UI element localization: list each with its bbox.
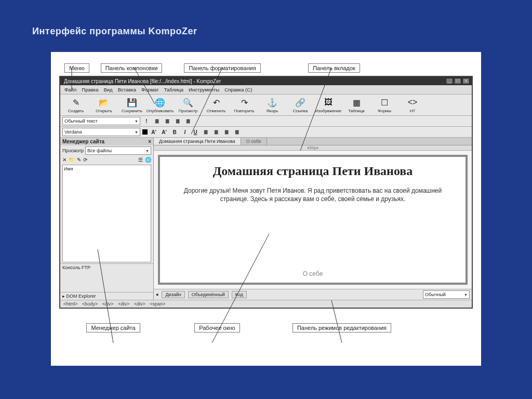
minimize-button[interactable]: _ <box>446 78 453 84</box>
sm-icon[interactable]: ⟳ <box>83 157 87 163</box>
new-icon: ✎ <box>70 97 82 108</box>
color-swatch[interactable] <box>142 129 148 135</box>
menu-tools[interactable]: Инструменты <box>187 86 221 93</box>
callout-layout-panel: Панель компоновки <box>101 63 163 73</box>
sm-icon[interactable]: ✕ <box>62 157 66 163</box>
page-heading[interactable]: Домашняя страница Пети Иванова <box>213 164 413 178</box>
image-icon: 🖼 <box>323 97 334 108</box>
fmt-btn[interactable]: ≣ <box>184 117 192 125</box>
fmt-btn[interactable]: ≣ <box>153 117 161 125</box>
tb-anchor[interactable]: ⚓Якорь <box>260 97 285 113</box>
menu-help[interactable]: Справка (C) <box>222 86 254 93</box>
menu-file[interactable]: Файл <box>62 86 78 93</box>
forms-icon: ☐ <box>379 97 390 108</box>
tb-undo[interactable]: ↶Отменить <box>204 97 229 113</box>
page-body[interactable]: Дорогие друзья! Меня зовут Петя Иванов. … <box>166 183 459 206</box>
chevron-down-icon: ▼ <box>135 130 138 134</box>
tb-preview[interactable]: 🔍Просмотр <box>176 97 201 113</box>
view-normal-combo[interactable]: Обычный▼ <box>423 290 470 299</box>
align-justify[interactable]: ≣ <box>233 128 241 136</box>
save-icon: 💾 <box>126 97 138 108</box>
callout-edit-modes: Панель режимов редактирования <box>292 323 391 332</box>
menu-table[interactable]: Таблица <box>162 86 185 93</box>
tb-open[interactable]: 📂Открыть <box>91 97 116 113</box>
main-area: Домашняя страница Пети Иванова О себе 43… <box>154 138 472 300</box>
tb-publish[interactable]: 🌐Опубликовать <box>148 97 172 113</box>
menu-edit[interactable]: Правка <box>79 86 100 93</box>
sm-icon[interactable]: ✎ <box>77 157 81 163</box>
tb-forms[interactable]: ☐Формы <box>372 97 397 113</box>
format-row-1: Обычный текст▼ ! ≣ ≣ ≣ ≣ <box>60 116 472 127</box>
window-title: Домашняя страница Пети Иванова [file:/..… <box>62 78 445 84</box>
document-tabs: Домашняя страница Пети Иванова О себе <box>154 138 472 145</box>
close-button[interactable]: X <box>462 78 470 84</box>
menu-format[interactable]: Формат <box>139 86 161 93</box>
view-modes-bar: ● Дизайн Объединённый Код Обычный▼ <box>154 289 472 300</box>
tb-table[interactable]: ▦Таблица <box>344 97 369 113</box>
tree-header: Имя <box>64 166 150 171</box>
callout-format-panel: Панель форматирования <box>184 63 260 73</box>
tb-html[interactable]: <>HT <box>400 97 425 113</box>
file-tree[interactable]: Имя <box>62 165 151 262</box>
dom-explorer[interactable]: ▸ DOM Explorer <box>60 292 153 300</box>
align-center[interactable]: ≣ <box>212 128 220 136</box>
underline-btn[interactable]: U <box>191 128 200 136</box>
page-link[interactable]: О себе <box>303 270 323 277</box>
fmt-btn[interactable]: ≣ <box>163 117 171 125</box>
view-combo[interactable]: Все файлы▼ <box>85 147 151 155</box>
sm-icon[interactable]: 📁 <box>69 157 75 163</box>
site-manager-title: Менеджер сайта× <box>60 138 153 145</box>
maximize-button[interactable]: □ <box>454 78 461 84</box>
ruler: 432px <box>154 145 472 151</box>
callout-work-window: Рабочее окно <box>194 323 240 332</box>
tb-redo[interactable]: ↷Повторить <box>232 97 257 113</box>
chevron-down-icon: ▼ <box>135 119 138 123</box>
table-icon: ▦ <box>351 97 362 108</box>
console-ftp[interactable]: Консоль FTP <box>60 263 153 271</box>
html-icon: <> <box>407 97 418 108</box>
menu-view[interactable]: Вид <box>101 86 114 93</box>
body-split: Менеджер сайта× Просмотр Все файлы▼ ✕ 📁 … <box>60 138 472 300</box>
tb-link[interactable]: 🔗Ссылка <box>288 97 313 113</box>
callout-site-manager: Менеджер сайта <box>86 323 140 332</box>
vm-split[interactable]: Объединённый <box>188 291 229 298</box>
diagram-container: Меню Панель компоновки Панель форматиров… <box>51 52 481 366</box>
tab-active[interactable]: Домашняя страница Пети Иванова <box>154 138 241 145</box>
undo-icon: ↶ <box>210 97 222 108</box>
fontsize-inc[interactable]: A' <box>160 128 168 136</box>
page-content[interactable]: Домашняя страница Пети Иванова Дорогие д… <box>158 155 468 285</box>
site-manager-toolbar: ✕ 📁 ✎ ⟳ ☰ 🌐 <box>60 156 153 164</box>
tb-save[interactable]: 💾Сохранить <box>119 97 144 113</box>
paragraph-style-combo[interactable]: Обычный текст▼ <box>62 117 140 125</box>
publish-icon: 🌐 <box>154 97 166 108</box>
fontsize-dec[interactable]: A' <box>150 128 158 136</box>
callouts-top: Меню Панель компоновки Панель форматиров… <box>57 57 475 74</box>
tag-path[interactable]: <html> <body> <div> <div> <div> <span> <box>60 300 472 308</box>
align-right[interactable]: ≣ <box>222 128 231 136</box>
menubar[interactable]: Файл Правка Вид Вставка Формат Таблица И… <box>60 85 472 95</box>
callout-menu: Меню <box>64 63 89 73</box>
fmt-btn[interactable]: ! <box>142 117 151 125</box>
tab-inactive[interactable]: О себе <box>241 138 267 145</box>
close-icon[interactable]: × <box>148 139 151 144</box>
bold-btn[interactable]: B <box>170 128 179 136</box>
canvas[interactable]: Домашняя страница Пети Иванова Дорогие д… <box>154 151 472 289</box>
tb-new[interactable]: ✎Создать <box>63 97 88 113</box>
vm-code[interactable]: Код <box>232 291 247 298</box>
font-combo[interactable]: Verdana▼ <box>62 128 140 136</box>
italic-btn[interactable]: I <box>181 128 189 136</box>
fmt-btn[interactable]: ≣ <box>174 117 182 125</box>
view-label: Просмотр <box>62 148 84 153</box>
preview-icon: 🔍 <box>182 97 194 108</box>
sm-icon[interactable]: ☰ <box>138 157 143 163</box>
sm-icon[interactable]: 🌐 <box>145 157 151 163</box>
chevron-down-icon: ▼ <box>145 149 149 153</box>
vm-design[interactable]: Дизайн <box>162 291 184 298</box>
menu-insert[interactable]: Вставка <box>116 86 138 93</box>
chevron-down-icon: ▼ <box>464 293 468 297</box>
titlebar: Домашняя страница Пети Иванова [file:/..… <box>60 77 472 85</box>
callouts-bottom: Менеджер сайта Рабочее окно Панель режим… <box>57 322 475 336</box>
app-window: Домашняя страница Пети Иванова [file:/..… <box>59 76 473 309</box>
tb-image[interactable]: 🖼Изображение <box>316 97 341 113</box>
align-left[interactable]: ≣ <box>202 128 210 136</box>
